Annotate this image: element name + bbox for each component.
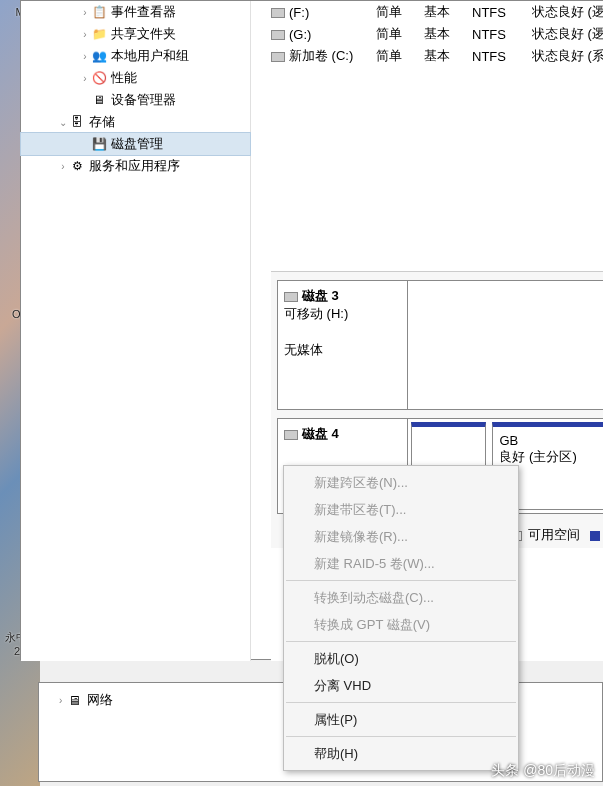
volume-drive: (F:) <box>289 5 309 20</box>
menu-item-9[interactable]: 分离 VHD <box>284 672 518 699</box>
event-viewer-icon: 📋 <box>91 4 107 20</box>
device-manager-icon: 🖥 <box>91 92 107 108</box>
menu-separator <box>286 702 516 703</box>
expander-icon[interactable]: › <box>57 161 69 172</box>
tree-item-device-manager[interactable]: 🖥 设备管理器 <box>21 89 250 111</box>
expander-icon[interactable]: › <box>59 695 62 706</box>
volume-layout: 简单 <box>376 47 424 65</box>
tree-item-services[interactable]: › ⚙ 服务和应用程序 <box>21 155 250 177</box>
tree-label: 共享文件夹 <box>111 25 176 43</box>
disk-status: 无媒体 <box>284 341 401 359</box>
disk-icon <box>284 292 298 302</box>
disk-info: 磁盘 3 可移动 (H:) 无媒体 <box>278 281 408 409</box>
disk-mgmt-icon: 💾 <box>91 136 107 152</box>
users-icon: 👥 <box>91 48 107 64</box>
menu-item-8[interactable]: 脱机(O) <box>284 645 518 672</box>
disk-title: 磁盘 4 <box>302 426 339 441</box>
performance-icon: 🚫 <box>91 70 107 86</box>
network-icon: 🖥 <box>68 693 81 708</box>
menu-item-6: 转换成 GPT 磁盘(V) <box>284 611 518 638</box>
menu-item-1: 新建带区卷(T)... <box>284 496 518 523</box>
menu-separator <box>286 736 516 737</box>
partition-size: GB <box>499 433 603 448</box>
expander-icon[interactable]: ⌄ <box>57 117 69 128</box>
disk-row-3[interactable]: 磁盘 3 可移动 (H:) 无媒体 <box>277 280 603 410</box>
menu-separator <box>286 580 516 581</box>
volume-row[interactable]: 新加卷 (C:) 简单 基本 NTFS 状态良好 (系 <box>271 45 603 67</box>
legend-swatch-logical <box>590 531 600 541</box>
tree-item-performance[interactable]: › 🚫 性能 <box>21 67 250 89</box>
menu-item-5: 转换到动态磁盘(C)... <box>284 584 518 611</box>
tree-item-local-users[interactable]: › 👥 本地用户和组 <box>21 45 250 67</box>
volume-fs: NTFS <box>472 5 532 20</box>
drive-icon <box>271 8 285 18</box>
tree-label: 设备管理器 <box>111 91 176 109</box>
disk-parts <box>408 281 603 409</box>
volume-layout: 简单 <box>376 3 424 21</box>
tree-label: 存储 <box>89 113 115 131</box>
menu-item-3: 新建 RAID-5 卷(W)... <box>284 550 518 577</box>
tree-item-disk-management[interactable]: 💾 磁盘管理 <box>21 133 250 155</box>
network-label: 网络 <box>87 691 113 709</box>
volume-row[interactable]: (G:) 简单 基本 NTFS 状态良好 (逻 <box>271 23 603 45</box>
menu-item-0: 新建跨区卷(N)... <box>284 469 518 496</box>
tree-pane: › 📋 事件查看器 › 📁 共享文件夹 › 👥 本地用户和组 › 🚫 性能 🖥 … <box>21 1 251 661</box>
volume-layout: 简单 <box>376 25 424 43</box>
drive-icon <box>271 30 285 40</box>
volume-type: 基本 <box>424 3 472 21</box>
tree-label: 事件查看器 <box>111 3 176 21</box>
expander-icon[interactable]: › <box>79 73 91 84</box>
menu-item-13[interactable]: 帮助(H) <box>284 740 518 767</box>
tree-item-event-viewer[interactable]: › 📋 事件查看器 <box>21 1 250 23</box>
disk-icon <box>284 430 298 440</box>
folder-icon: 📁 <box>91 26 107 42</box>
menu-item-2: 新建镜像卷(R)... <box>284 523 518 550</box>
legend-free: 可用空间 <box>528 527 580 542</box>
tree-item-shared-folders[interactable]: › 📁 共享文件夹 <box>21 23 250 45</box>
menu-item-11[interactable]: 属性(P) <box>284 706 518 733</box>
storage-icon: 🗄 <box>69 114 85 130</box>
tree-label: 本地用户和组 <box>111 47 189 65</box>
volume-type: 基本 <box>424 47 472 65</box>
volume-fs: NTFS <box>472 27 532 42</box>
tree-label: 服务和应用程序 <box>89 157 180 175</box>
partition-status: 良好 (主分区) <box>499 448 603 466</box>
disk-sub: 可移动 (H:) <box>284 305 401 323</box>
services-icon: ⚙ <box>69 158 85 174</box>
volume-status: 状态良好 (逻 <box>532 25 603 43</box>
volume-drive: 新加卷 (C:) <box>289 48 353 63</box>
drive-icon <box>271 52 285 62</box>
tree-item-storage[interactable]: ⌄ 🗄 存储 <box>21 111 250 133</box>
disk-title: 磁盘 3 <box>302 288 339 303</box>
expander-icon[interactable]: › <box>79 7 91 18</box>
expander-icon[interactable]: › <box>79 29 91 40</box>
volume-drive: (G:) <box>289 27 311 42</box>
menu-separator <box>286 641 516 642</box>
volume-status: 状态良好 (系 <box>532 47 603 65</box>
volume-type: 基本 <box>424 25 472 43</box>
context-menu: 新建跨区卷(N)...新建带区卷(T)...新建镜像卷(R)...新建 RAID… <box>283 465 519 771</box>
volume-fs: NTFS <box>472 49 532 64</box>
watermark: 头条 @80后动漫 <box>491 762 595 780</box>
expander-icon[interactable]: › <box>79 51 91 62</box>
volume-row[interactable]: (F:) 简单 基本 NTFS 状态良好 (逻 <box>271 1 603 23</box>
volume-status: 状态良好 (逻 <box>532 3 603 21</box>
tree-label: 性能 <box>111 69 137 87</box>
tree-label: 磁盘管理 <box>111 135 163 153</box>
